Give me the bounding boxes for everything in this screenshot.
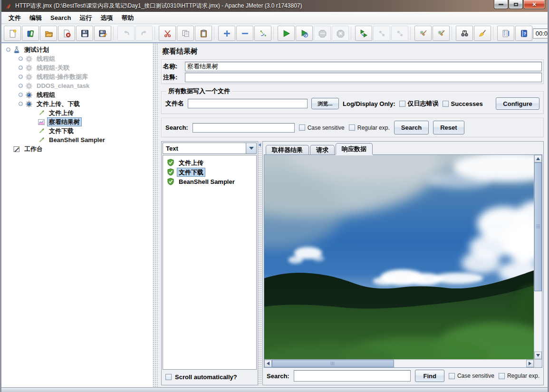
tree-node[interactable]: 线程组 xyxy=(1,54,153,63)
title-bar[interactable]: HTTP请求.jmx (D:\BestTest\课堂内容及笔记\Day1_接口测… xyxy=(1,0,548,12)
paste-button[interactable] xyxy=(195,26,212,41)
result-sample-row[interactable]: 文件上传 xyxy=(163,158,256,167)
result-samples-list: 文件上传文件下载BeanShell Sampler xyxy=(163,155,257,370)
tree-expand-handle[interactable] xyxy=(19,57,23,61)
start-no-timers-button[interactable] xyxy=(296,26,313,41)
tree-splitter[interactable] xyxy=(153,43,158,387)
tree-node-label: 线程组 xyxy=(35,55,57,63)
menu-item[interactable]: 选项 xyxy=(96,12,117,24)
search-input[interactable] xyxy=(193,123,295,133)
result-sample-row[interactable]: BeanShell Sampler xyxy=(163,177,256,186)
tree-expand-handle[interactable] xyxy=(19,93,23,97)
comment-label: 注释: xyxy=(163,73,185,82)
menu-item[interactable]: Search xyxy=(46,12,75,24)
open-file-button[interactable] xyxy=(40,26,57,41)
function-helper-button[interactable] xyxy=(497,26,514,41)
browse-button[interactable]: 浏览... xyxy=(311,98,339,109)
regular-exp-checkbox[interactable] xyxy=(349,124,355,131)
case-sensitive-checkbox[interactable] xyxy=(299,124,305,131)
tab-request[interactable]: 请求 xyxy=(310,145,335,154)
menu-item[interactable]: 编辑 xyxy=(25,12,46,24)
clear-all-button[interactable] xyxy=(433,26,450,41)
tree-node[interactable]: 文件下载 xyxy=(1,126,153,135)
tree-node[interactable]: 线程组 xyxy=(1,90,153,99)
cut-button[interactable] xyxy=(159,26,176,41)
tree-expand-handle[interactable] xyxy=(19,75,23,79)
tree-node[interactable]: 察看结果树 xyxy=(1,117,153,126)
window-bottom-border xyxy=(1,387,548,392)
bottom-case-sensitive-checkbox[interactable] xyxy=(449,373,455,379)
search-button[interactable]: Search xyxy=(394,121,429,134)
toggle-button[interactable] xyxy=(254,26,271,41)
tree-node[interactable]: 线程组-关联 xyxy=(1,63,153,72)
minimize-icon[interactable] xyxy=(494,0,508,9)
thread-group-icon xyxy=(25,100,33,108)
maximize-icon[interactable] xyxy=(509,0,523,9)
reset-button[interactable]: Reset xyxy=(433,121,464,134)
results-splitter[interactable] xyxy=(258,141,262,385)
menu-item[interactable]: 文件 xyxy=(4,12,25,24)
tree-node-label: 线程组-操作数据库 xyxy=(35,73,89,81)
tree-node[interactable]: 文件上传、下载 xyxy=(1,99,153,108)
search-button[interactable] xyxy=(456,26,473,41)
collapse-all-button[interactable] xyxy=(236,26,253,41)
remote-start-button[interactable] xyxy=(355,26,372,41)
help-button[interactable]: ? xyxy=(515,26,532,41)
templates-button[interactable] xyxy=(22,26,39,41)
tree-expand-handle[interactable] xyxy=(19,84,23,88)
new-file-button[interactable] xyxy=(4,26,21,41)
vertical-scroll-thumb[interactable] xyxy=(534,163,542,291)
errors-only-checkbox[interactable] xyxy=(399,101,405,107)
tree-expand-handle[interactable] xyxy=(19,102,23,106)
close-file-icon xyxy=(63,29,71,38)
horizontal-scrollbar[interactable] xyxy=(264,359,534,367)
templates-icon xyxy=(27,29,35,38)
clear-button[interactable] xyxy=(414,26,432,41)
name-input[interactable] xyxy=(185,62,542,71)
vertical-scrollbar[interactable] xyxy=(534,155,542,359)
scroll-down-icon[interactable] xyxy=(534,352,542,359)
successes-checkbox[interactable] xyxy=(443,101,449,107)
save-as-icon xyxy=(99,29,107,38)
tree-node[interactable]: DDOS_clean_task xyxy=(1,81,153,90)
save-as-button[interactable] xyxy=(94,26,111,41)
scroll-automatically-checkbox[interactable] xyxy=(165,374,172,380)
save-button[interactable] xyxy=(76,26,93,41)
bottom-regular-exp-checkbox[interactable] xyxy=(499,373,505,379)
copy-icon xyxy=(182,29,190,38)
tree-node[interactable]: 测试计划 xyxy=(1,45,153,54)
scroll-right-icon[interactable] xyxy=(526,360,534,367)
filename-input[interactable] xyxy=(188,99,308,108)
find-button[interactable]: Find xyxy=(415,370,444,382)
tree-node[interactable]: 工作台 xyxy=(1,144,153,153)
main-split: 测试计划线程组线程组-关联线程组-操作数据库DDOS_clean_task线程组… xyxy=(1,43,548,387)
start-button[interactable] xyxy=(278,26,295,41)
tree-expand-handle[interactable] xyxy=(19,66,23,70)
tab-response-data[interactable]: 响应数据 xyxy=(336,143,373,154)
scroll-up-icon[interactable] xyxy=(534,155,542,163)
workbench-icon xyxy=(13,145,21,153)
tree-node[interactable]: BeanShell Sampler xyxy=(1,135,153,144)
copy-button[interactable] xyxy=(177,26,194,41)
tree-node[interactable]: 线程组-操作数据库 xyxy=(1,72,153,81)
shutdown-button xyxy=(332,26,349,41)
tree-node[interactable]: 文件上传 xyxy=(1,108,153,117)
search-reset-button[interactable] xyxy=(474,26,491,41)
comment-input[interactable] xyxy=(185,73,542,82)
chevron-down-icon[interactable] xyxy=(246,143,256,153)
scroll-left-icon[interactable] xyxy=(264,360,272,367)
horizontal-scroll-thumb[interactable] xyxy=(272,360,394,367)
result-sample-row[interactable]: 文件下载 xyxy=(163,167,256,177)
close-file-button[interactable] xyxy=(58,26,75,41)
configure-button[interactable]: Configure xyxy=(496,97,539,110)
close-icon[interactable]: × xyxy=(523,0,545,9)
menu-item[interactable]: 帮助 xyxy=(117,12,138,24)
menu-item[interactable]: 运行 xyxy=(75,12,96,24)
expand-all-button[interactable] xyxy=(218,26,235,41)
view-mode-select[interactable]: Text xyxy=(163,143,257,154)
tab-sampler-result[interactable]: 取样器结果 xyxy=(266,145,309,154)
errors-only-label: 仅日志错误 xyxy=(408,99,439,108)
bottom-search-input[interactable] xyxy=(294,370,411,382)
tree-expand-handle[interactable] xyxy=(6,48,10,52)
menu-bar: 文件编辑Search运行选项帮助 xyxy=(1,12,548,24)
